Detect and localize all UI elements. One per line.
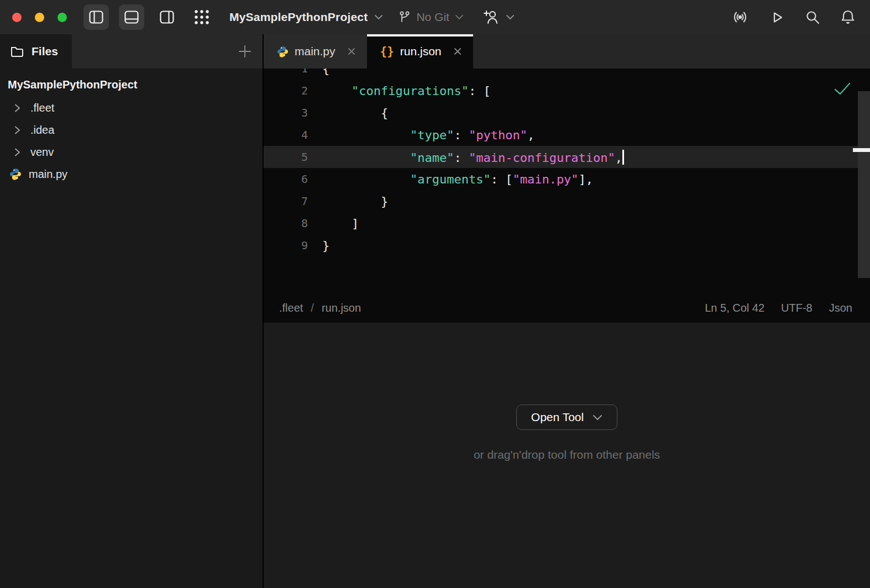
files-tab-label: Files <box>32 45 58 58</box>
window-controls <box>0 13 67 22</box>
chevron-right-icon <box>13 148 22 157</box>
tree-item-label: venv <box>30 146 54 159</box>
encoding-widget[interactable]: UTF-8 <box>781 302 813 314</box>
folder-icon <box>10 45 24 58</box>
toggle-right-panel-button[interactable] <box>154 4 180 30</box>
line-number: 4 <box>264 128 317 141</box>
no-problems-check-icon[interactable] <box>834 82 851 96</box>
tools-panel: Open Tool or drag'n'drop tool from other… <box>264 322 870 588</box>
tree-item-idea[interactable]: .idea <box>0 119 263 141</box>
app-grid-icon[interactable] <box>193 8 211 26</box>
new-file-button[interactable] <box>237 44 253 59</box>
titlebar: MySamplePythonProject No Git <box>0 0 870 34</box>
tree-item-fleet[interactable]: .fleet <box>0 97 263 119</box>
tree-root-project[interactable]: MySamplePythonProject <box>0 78 263 97</box>
breadcrumb-folder[interactable]: .fleet <box>279 302 303 314</box>
window-zoom-button[interactable] <box>57 13 67 22</box>
file-tree: MySamplePythonProject .fleet .idea <box>0 69 263 185</box>
tree-item-label: .fleet <box>30 102 54 114</box>
line-number: 7 <box>264 195 317 208</box>
play-icon <box>768 9 785 25</box>
bottom-panel-icon <box>124 10 139 24</box>
json-braces-icon: {} <box>380 45 394 58</box>
window-minimize-button[interactable] <box>35 13 44 22</box>
files-panel-tabstrip: Files <box>0 34 263 69</box>
code-line-3: 3 { <box>264 102 870 124</box>
breadcrumb-separator: / <box>311 302 314 314</box>
editor-area: main.py {} run.json 1 { <box>264 34 870 588</box>
editor-tabstrip: main.py {} run.json <box>264 34 870 69</box>
code-editor[interactable]: 1 { 2 "configurations": [ 3 { 4 <box>264 69 870 294</box>
fleet-window: MySamplePythonProject No Git <box>0 0 870 588</box>
code-line-7: 7 } <box>264 190 870 212</box>
caret-position-marker <box>853 148 870 152</box>
tree-item-venv[interactable]: venv <box>0 141 263 163</box>
editor-scrollbar[interactable] <box>858 91 870 278</box>
titlebar-actions <box>732 9 870 25</box>
left-panel-icon <box>88 10 104 24</box>
caret-position-widget[interactable]: Ln 5, Col 42 <box>705 302 764 314</box>
chevron-down-icon <box>506 14 515 20</box>
search-button[interactable] <box>805 9 820 25</box>
search-icon <box>805 9 820 25</box>
python-file-icon <box>9 168 22 180</box>
tab-label: main.py <box>295 45 336 58</box>
breadcrumb: .fleet / run.json <box>279 302 361 314</box>
chevron-down-icon <box>455 14 464 20</box>
line-number: 8 <box>264 217 317 230</box>
code-line-8: 8 ] <box>264 212 870 234</box>
tab-label: run.json <box>400 45 442 58</box>
language-widget[interactable]: Json <box>829 302 852 314</box>
files-panel: Files MySamplePythonProject .fleet <box>0 34 264 588</box>
chevron-down-icon <box>374 14 383 20</box>
close-tab-icon[interactable] <box>347 47 356 56</box>
tab-run-json[interactable]: {} run.json <box>367 34 473 69</box>
code-line-4: 4 "type": "python", <box>264 124 870 146</box>
tree-item-label: main.py <box>29 168 67 181</box>
statusbar-widgets: Ln 5, Col 42 UTF-8 Json <box>705 302 852 314</box>
right-panel-icon <box>159 10 175 24</box>
line-number: 1 <box>264 69 317 75</box>
panel-toggle-group <box>83 4 180 30</box>
code-line-1: 1 { <box>264 69 870 80</box>
code-line-5-current: 5 "name": "main-configuration", <box>264 146 870 168</box>
open-tool-label: Open Tool <box>531 411 584 424</box>
text-cursor <box>622 150 624 165</box>
broadcast-icon <box>732 9 748 25</box>
git-widget[interactable]: No Git <box>399 11 464 24</box>
chevron-right-icon <box>13 103 22 113</box>
project-name: MySamplePythonProject <box>229 11 368 24</box>
code-line-6: 6 "arguments": ["main.py"], <box>264 168 870 190</box>
breadcrumb-file[interactable]: run.json <box>322 302 361 314</box>
line-number: 6 <box>264 172 317 186</box>
tree-item-main-py[interactable]: main.py <box>0 163 263 185</box>
tree-item-label: .idea <box>30 124 54 136</box>
open-tool-button[interactable]: Open Tool <box>516 405 617 430</box>
git-branch-icon <box>399 11 411 24</box>
bell-icon <box>840 9 856 25</box>
collaboration-widget[interactable] <box>483 9 515 25</box>
project-switcher[interactable]: MySamplePythonProject <box>229 11 383 24</box>
window-close-button[interactable] <box>12 13 22 22</box>
close-tab-icon[interactable] <box>453 47 462 56</box>
tab-main-py[interactable]: main.py <box>264 34 367 69</box>
line-number: 3 <box>264 106 317 119</box>
editor-statusbar: .fleet / run.json Ln 5, Col 42 UTF-8 Jso… <box>264 294 870 322</box>
toggle-bottom-panel-button[interactable] <box>119 4 144 30</box>
line-number: 5 <box>264 150 317 164</box>
line-number: 2 <box>264 84 317 97</box>
line-number: 9 <box>264 239 317 252</box>
run-button[interactable] <box>768 9 785 25</box>
python-file-icon <box>277 46 289 57</box>
toggle-left-panel-button[interactable] <box>83 4 109 30</box>
broadcast-button[interactable] <box>732 9 748 25</box>
code-lines: 1 { 2 "configurations": [ 3 { 4 <box>264 69 870 256</box>
add-collaborator-icon <box>483 9 499 25</box>
chevron-right-icon <box>13 125 22 135</box>
code-line-9: 9 } <box>264 234 870 256</box>
plus-icon <box>237 44 253 59</box>
tab-files[interactable]: Files <box>0 34 72 69</box>
git-status-label: No Git <box>416 11 449 24</box>
code-line-2: 2 "configurations": [ <box>264 80 870 102</box>
notifications-button[interactable] <box>840 9 856 25</box>
